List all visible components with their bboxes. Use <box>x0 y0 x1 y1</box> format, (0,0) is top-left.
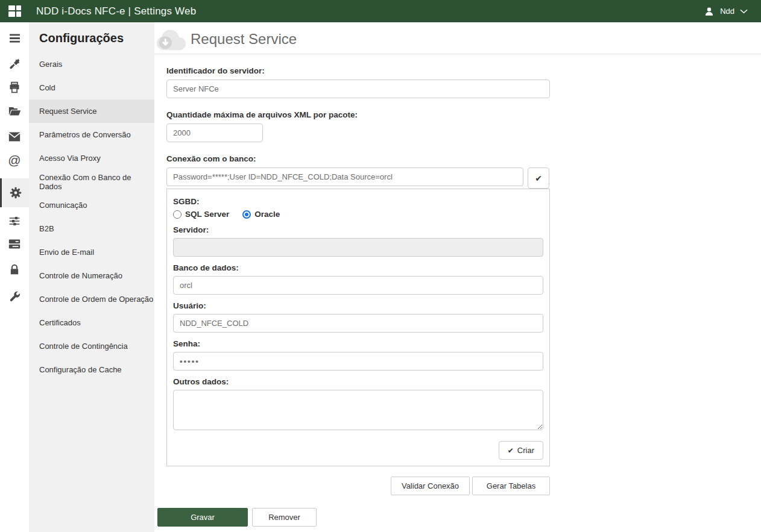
icon-sidebar: @ <box>0 22 29 532</box>
sidebar-item-controle-numeracao[interactable]: Controle de Numeração <box>29 264 154 287</box>
envelope-icon[interactable] <box>0 125 29 149</box>
usuario-input[interactable] <box>173 314 543 333</box>
settings-menu: Configurações Gerais Cold Request Servic… <box>29 22 154 532</box>
outros-dados-label: Outros dados: <box>173 377 543 386</box>
usuario-label: Usuário: <box>173 301 543 310</box>
server-id-input[interactable] <box>166 80 550 98</box>
senha-input[interactable] <box>173 352 543 371</box>
wrench-icon[interactable] <box>0 284 29 308</box>
criar-button[interactable]: ✔ Criar <box>499 441 543 460</box>
sidebar-item-certificados[interactable]: Certificados <box>29 311 154 334</box>
max-xml-label: Quantidade máxima de arquivos XML por pa… <box>166 110 550 119</box>
connection-string-input[interactable] <box>166 167 523 186</box>
server-icon[interactable] <box>0 232 29 256</box>
max-xml-input[interactable] <box>166 124 263 142</box>
menu-icon[interactable] <box>0 26 29 50</box>
menu-title: Configurações <box>29 22 154 52</box>
banco-label: Banco de dados: <box>173 263 543 272</box>
user-name: Ndd <box>720 7 734 16</box>
sgbd-label: SGBD: <box>173 197 543 206</box>
connection-label: Conexão com o banco: <box>166 154 550 163</box>
user-icon <box>704 6 715 17</box>
gear-icon[interactable] <box>0 178 29 207</box>
check-icon: ✔ <box>508 446 514 455</box>
sidebar-item-controle-ordem-operacao[interactable]: Controle de Ordem de Operação <box>29 287 154 311</box>
senha-label: Senha: <box>173 339 543 348</box>
main-content: Request Service Identificador do servido… <box>154 22 761 532</box>
gravar-button[interactable]: Gravar <box>157 508 248 527</box>
remover-button[interactable]: Remover <box>252 508 317 527</box>
top-bar: NDD i-Docs NFC-e | Settings Web Ndd <box>0 0 761 22</box>
radio-circle-checked-icon[interactable] <box>242 210 251 219</box>
folder-open-icon[interactable] <box>0 99 29 123</box>
printer-icon[interactable] <box>0 75 29 99</box>
check-icon: ✔ <box>535 174 542 183</box>
confirm-connection-button[interactable]: ✔ <box>528 167 549 189</box>
sgbd-radio-group: SQL Server Oracle <box>173 210 543 219</box>
sidebar-item-envio-email[interactable]: Envio de E-mail <box>29 240 154 264</box>
chevron-down-icon <box>740 9 748 14</box>
servidor-input <box>173 238 543 257</box>
outros-dados-textarea[interactable] <box>173 390 543 430</box>
radio-circle-icon[interactable] <box>173 210 182 219</box>
sidebar-item-controle-contingencia[interactable]: Controle de Contingência <box>29 334 154 358</box>
sidebar-item-b2b[interactable]: B2B <box>29 217 154 240</box>
sidebar-item-gerais[interactable]: Gerais <box>29 52 154 76</box>
sidebar-item-parametros-conversao[interactable]: Parâmetros de Conversão <box>29 123 154 146</box>
servidor-label: Servidor: <box>173 225 543 234</box>
form-actions: Gravar Remover <box>157 508 317 527</box>
sidebar-item-acesso-proxy[interactable]: Acesso Via Proxy <box>29 146 154 170</box>
sidebar-item-request-service[interactable]: Request Service <box>29 99 154 123</box>
radio-sql-server[interactable]: SQL Server <box>173 210 229 219</box>
plug-icon[interactable] <box>0 52 29 76</box>
lock-icon[interactable] <box>0 258 29 282</box>
cloud-download-icon <box>156 26 186 52</box>
sidebar-item-comunicacao[interactable]: Comunicação <box>29 193 154 217</box>
banco-input[interactable] <box>173 276 543 295</box>
sidebar-item-conexao-banco[interactable]: Conexão Com o Banco de Dados <box>29 170 154 193</box>
gerar-tabelas-button[interactable]: Gerar Tabelas <box>472 477 550 495</box>
at-sign-icon[interactable]: @ <box>0 148 29 172</box>
app-logo-icon[interactable] <box>0 0 29 22</box>
page-header: Request Service <box>154 22 761 54</box>
request-service-form: Identificador do servidor: Quantidade má… <box>154 54 550 495</box>
validar-conexao-button[interactable]: Validar Conexão <box>391 477 470 495</box>
user-menu[interactable]: Ndd <box>704 6 748 17</box>
radio-oracle[interactable]: Oracle <box>242 210 280 219</box>
sidebar-item-configuracao-cache[interactable]: Configuração de Cache <box>29 358 154 381</box>
sidebar-item-cold[interactable]: Cold <box>29 76 154 99</box>
server-id-label: Identificador do servidor: <box>166 66 550 75</box>
page-title: Request Service <box>191 31 297 48</box>
sliders-icon[interactable] <box>0 209 29 233</box>
app-title: NDD i-Docs NFC-e | Settings Web <box>36 5 196 17</box>
connection-builder-panel: SGBD: SQL Server Oracle Servidor: Banco … <box>166 189 550 466</box>
